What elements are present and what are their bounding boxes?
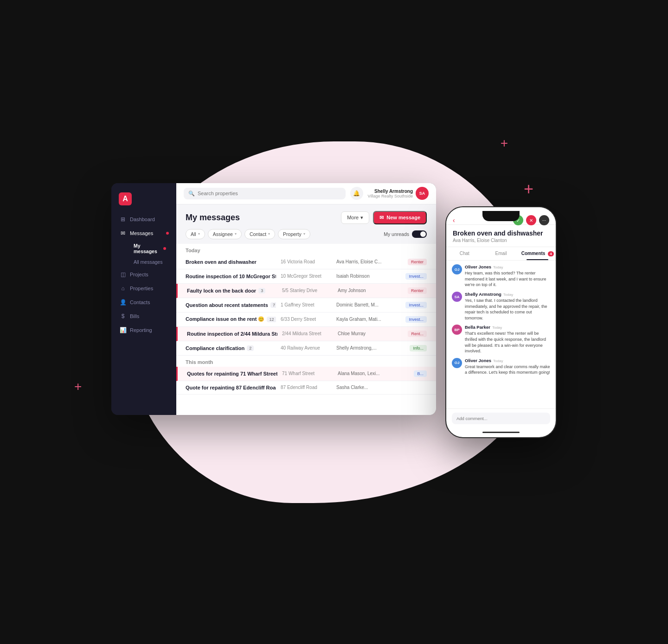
message-count: 3 <box>258 288 265 293</box>
phone-message-text: That's excellent news! The renter will b… <box>465 331 550 354</box>
filters-row: All ▾ Assignee ▾ Contact ▾ Property ▾ <box>176 229 436 244</box>
user-avatar[interactable]: SA <box>416 187 429 200</box>
sidebar-label-messages: Messages <box>130 230 153 236</box>
notifications-button[interactable]: 🔔 <box>350 187 363 200</box>
search-input[interactable] <box>198 191 272 196</box>
table-row[interactable]: Quote for repainting 87 Edencliff Road 8… <box>176 381 436 395</box>
sidebar-item-contacts[interactable]: 👤 Contacts <box>115 296 173 309</box>
filter-contact[interactable]: Contact ▾ <box>244 229 275 239</box>
table-row[interactable]: Question about recent statements7 1 Gaff… <box>176 298 436 312</box>
phone-tabs: Chat Email Comments 4 <box>446 247 556 261</box>
message-subject: Compliance clarification2 <box>186 345 276 351</box>
filter-assignee-chevron: ▾ <box>235 232 237 236</box>
message-contact: Ava Harris, Eloise C... <box>336 259 403 264</box>
new-message-button[interactable]: ✉ New message <box>373 211 427 224</box>
list-item: SA Shelly Armstrong Today Yes, I saw tha… <box>452 292 550 321</box>
sidebar-nav: ⊞ Dashboard ✉ Messages My messages All m… <box>111 213 176 337</box>
phone-message-time: Today <box>493 359 503 363</box>
message-subject: Broken oven and dishwasher <box>186 259 276 265</box>
filter-all[interactable]: All ▾ <box>186 229 205 239</box>
list-item: OJ Oliver Jones Today Great teamwork and… <box>452 358 550 376</box>
filter-all-chevron: ▾ <box>198 232 200 236</box>
phone-message-content: Shelly Armstrong Today Yes, I saw that. … <box>465 292 550 321</box>
filter-property-chevron: ▾ <box>303 232 305 236</box>
topbar-right: 🔔 Shelly Armstrong Village Realty Souths… <box>350 187 429 200</box>
message-address: 16 Victoria Road <box>281 259 332 264</box>
message-contact: Kayla Graham, Mati... <box>336 317 401 322</box>
phone-back-button[interactable]: ‹ <box>453 217 455 224</box>
sidebar-item-properties[interactable]: ⌂ Properties <box>115 282 173 295</box>
table-row[interactable]: Faulty lock on the back door3 5/5 Stanle… <box>176 284 436 298</box>
phone-tab-comments[interactable]: Comments 4 <box>519 247 556 260</box>
message-address: 71 Wharf Street <box>282 371 333 376</box>
phone-message-time: Today <box>503 293 513 297</box>
table-row[interactable]: Routine inspection of 10 McGregor Street… <box>176 269 436 284</box>
filter-contact-chevron: ▾ <box>268 232 270 236</box>
sidebar-item-messages[interactable]: ✉ Messages <box>115 227 173 240</box>
sidebar-label-dashboard: Dashboard <box>130 217 155 222</box>
phone-comment-input[interactable] <box>452 413 550 424</box>
message-address: 10 McGregor Street <box>281 274 332 279</box>
table-row[interactable]: Compliance issue on the rent 😊12 6/33 De… <box>176 312 436 327</box>
messages-list: Today Broken oven and dishwasher 16 Vict… <box>176 244 436 415</box>
phone-message-author: Shelly Armstrong <box>465 292 501 297</box>
message-count: 2 <box>247 345 254 351</box>
table-row[interactable]: Routine inspection of 2/44 Mildura Stree… <box>176 327 436 341</box>
subnav-all-messages-label: All messages <box>134 259 162 265</box>
sidebar-item-bills[interactable]: $ Bills <box>115 310 173 323</box>
sidebar-item-dashboard[interactable]: ⊞ Dashboard <box>115 213 173 226</box>
my-unreads-toggle[interactable]: My unreads <box>384 230 427 238</box>
more-button[interactable]: More ▾ <box>341 211 369 224</box>
sidebar-label-properties: Properties <box>130 286 153 291</box>
phone-conversation-title: Broken oven and dishwasher <box>453 230 549 237</box>
user-company: Village Realty Southside <box>368 194 413 198</box>
phone-message-content: Oliver Jones Today Great teamwork and cl… <box>465 358 550 376</box>
month-messages: Quotes for repainting 71 Wharf Street 71… <box>176 367 436 395</box>
phone-icon-x[interactable]: ✕ <box>526 215 536 225</box>
phone-tab-email[interactable]: Email <box>483 247 520 260</box>
phone-tab-chat-label: Chat <box>460 251 469 256</box>
phone-icon-more[interactable]: ··· <box>539 215 549 225</box>
message-tag: Info... <box>410 345 427 351</box>
table-row[interactable]: Compliance clarification2 40 Railway Ave… <box>176 341 436 356</box>
message-address: 1 Gaffney Street <box>281 302 332 307</box>
phone-message-time: Today <box>492 325 502 330</box>
filter-assignee[interactable]: Assignee ▾ <box>208 229 242 239</box>
phone-tab-chat[interactable]: Chat <box>446 247 483 260</box>
unreads-toggle-switch[interactable] <box>412 230 427 238</box>
subnav-all-messages[interactable]: All messages <box>130 257 169 267</box>
filter-property-label: Property <box>283 231 302 237</box>
phone-messages-list: OJ Oliver Jones Today Hey team, was this… <box>446 261 556 408</box>
filter-property[interactable]: Property ▾ <box>278 229 310 239</box>
subnav-my-messages[interactable]: My messages <box>130 241 169 256</box>
list-item: BP Bella Parker Today That's excellent n… <box>452 325 550 354</box>
phone-message-content: Bella Parker Today That's excellent news… <box>465 325 550 354</box>
topbar: 🔍 🔔 Shelly Armstrong Village Realty Sout… <box>176 183 436 204</box>
phone-message-author: Bella Parker <box>465 325 490 330</box>
filter-assignee-label: Assignee <box>213 231 233 237</box>
messages-subnav: My messages All messages <box>115 241 173 267</box>
phone-title-area: Broken oven and dishwasher Ava Harris, E… <box>446 225 556 248</box>
phone-conversation-sub: Ava Harris, Eloise Clanton <box>453 238 549 243</box>
my-unreads-label: My unreads <box>384 231 409 237</box>
more-chevron: ▾ <box>360 215 363 221</box>
table-row[interactable]: Quotes for repainting 71 Wharf Street 71… <box>176 367 436 381</box>
message-tag: Renter <box>408 259 427 265</box>
message-tag: Invest... <box>405 302 427 308</box>
decoration-plus-topright: + <box>501 137 508 150</box>
bills-icon: $ <box>120 313 126 319</box>
properties-icon: ⌂ <box>120 285 126 292</box>
message-tag: Rent... <box>408 331 427 337</box>
desktop-app-mockup: A ⊞ Dashboard ✉ Messages My messages <box>111 183 436 415</box>
dashboard-icon: ⊞ <box>120 216 126 223</box>
more-label: More <box>347 215 359 220</box>
message-count: 12 <box>267 317 276 322</box>
table-row[interactable]: Broken oven and dishwasher 16 Victoria R… <box>176 255 436 269</box>
search-box[interactable]: 🔍 <box>184 188 346 199</box>
message-address: 6/33 Derry Street <box>281 317 332 322</box>
filter-all-label: All <box>191 231 196 237</box>
page-title: My messages <box>186 213 240 223</box>
sidebar-item-reporting[interactable]: 📊 Reporting <box>115 324 173 337</box>
contacts-icon: 👤 <box>120 299 126 306</box>
sidebar-item-projects[interactable]: ◫ Projects <box>115 268 173 281</box>
